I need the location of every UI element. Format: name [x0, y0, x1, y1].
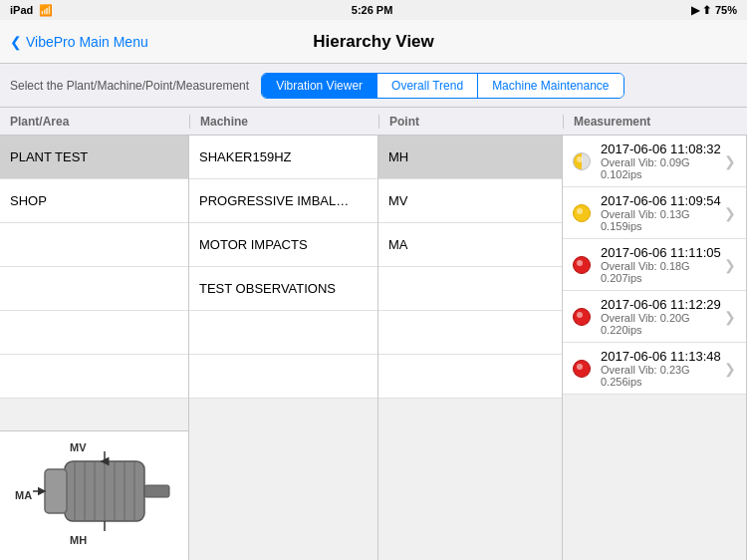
- status-dot-5: [573, 360, 591, 378]
- tab-vibration-viewer[interactable]: Vibration Viewer: [262, 74, 377, 98]
- svg-rect-8: [144, 485, 169, 497]
- measurement-sub-5: Overall Vib: 0.23G 0.256ips: [601, 364, 724, 388]
- machine-item-shaker[interactable]: SHAKER159HZ: [189, 136, 377, 179]
- measurement-text-3: 2017-06-06 11:11:05 Overall Vib: 0.18G 0…: [601, 245, 724, 284]
- motor-diagram: MV MA MH: [0, 430, 189, 560]
- back-button[interactable]: ❮ VibePro Main Menu: [10, 34, 148, 50]
- motor-svg: [15, 441, 174, 541]
- signal-icon: ▶ ⬆: [691, 4, 711, 17]
- point-item-empty: [378, 267, 562, 311]
- status-dot-1: [573, 152, 591, 170]
- plant-item-empty: [0, 223, 188, 267]
- measurement-text-5: 2017-06-06 11:13:48 Overall Vib: 0.23G 0…: [601, 349, 724, 388]
- plant-item-empty: [0, 355, 188, 399]
- status-dot-4: [573, 308, 591, 326]
- plant-item-empty: [0, 267, 188, 311]
- plant-item-label: PLANT TEST: [10, 149, 88, 164]
- measurement-chevron-1: ❯: [724, 153, 736, 169]
- motor-label-ma: MA: [15, 489, 32, 501]
- status-dot-3: [573, 256, 591, 274]
- measurement-chevron-4: ❯: [724, 309, 736, 325]
- measurement-sub-2: Overall Vib: 0.13G 0.159ips: [601, 208, 724, 232]
- machine-column: SHAKER159HZ PROGRESSIVE IMBAL… MOTOR IMP…: [189, 136, 378, 560]
- status-right: ▶ ⬆ 75%: [691, 4, 737, 17]
- tab-machine-maintenance[interactable]: Machine Maintenance: [478, 74, 622, 98]
- plant-header: Plant/Area: [0, 115, 189, 129]
- nav-bar: ❮ VibePro Main Menu Hierarchy View: [0, 20, 747, 64]
- machine-item-progressive[interactable]: PROGRESSIVE IMBAL…: [189, 179, 377, 223]
- machine-item-label: MOTOR IMPACTS: [199, 237, 308, 252]
- point-list: MH MV MA: [378, 136, 562, 560]
- motor-label-mh: MH: [70, 534, 87, 546]
- segment-bar: Select the Plant/Machine/Point/Measureme…: [0, 64, 747, 108]
- point-item-label: MA: [388, 237, 408, 252]
- machine-item-empty: [189, 311, 377, 355]
- measurement-item-4[interactable]: 2017-06-06 11:12:29 Overall Vib: 0.20G 0…: [563, 291, 746, 343]
- measurement-list: 2017-06-06 11:08:32 Overall Vib: 0.09G 0…: [563, 136, 746, 560]
- measurement-chevron-5: ❯: [724, 361, 736, 377]
- measurement-item-3[interactable]: 2017-06-06 11:11:05 Overall Vib: 0.18G 0…: [563, 239, 746, 291]
- measurement-chevron-3: ❯: [724, 257, 736, 273]
- measurement-text-2: 2017-06-06 11:09:54 Overall Vib: 0.13G 0…: [601, 193, 724, 232]
- machine-item-motor-impacts[interactable]: MOTOR IMPACTS: [189, 223, 377, 267]
- measurement-item-2[interactable]: 2017-06-06 11:09:54 Overall Vib: 0.13G 0…: [563, 187, 746, 239]
- motor-label-mv: MV: [70, 441, 87, 453]
- plant-item-label: SHOP: [10, 193, 47, 208]
- measurement-chevron-2: ❯: [724, 205, 736, 221]
- machine-header: Machine: [189, 115, 378, 129]
- machine-list: SHAKER159HZ PROGRESSIVE IMBAL… MOTOR IMP…: [189, 136, 377, 560]
- measurement-item-1[interactable]: 2017-06-06 11:08:32 Overall Vib: 0.09G 0…: [563, 136, 746, 187]
- measurement-item-5[interactable]: 2017-06-06 11:13:48 Overall Vib: 0.23G 0…: [563, 343, 746, 395]
- battery-label: 75%: [715, 4, 737, 16]
- segment-instruction: Select the Plant/Machine/Point/Measureme…: [10, 79, 249, 93]
- point-item-mv[interactable]: MV: [378, 179, 562, 223]
- measurement-text-1: 2017-06-06 11:08:32 Overall Vib: 0.09G 0…: [601, 141, 724, 180]
- point-column: MH MV MA: [378, 136, 563, 560]
- measurement-header: Measurement: [563, 115, 747, 129]
- status-time: 5:26 PM: [352, 4, 393, 16]
- measurement-date-4: 2017-06-06 11:12:29: [601, 297, 724, 312]
- back-label: VibePro Main Menu: [26, 34, 148, 50]
- machine-item-label: TEST OBSERVATIONS: [199, 281, 336, 296]
- data-columns: PLANT TEST SHOP MV MA MH: [0, 136, 747, 560]
- point-item-mh[interactable]: MH: [378, 136, 562, 179]
- measurement-sub-3: Overall Vib: 0.18G 0.207ips: [601, 260, 724, 284]
- point-item-label: MH: [388, 149, 408, 164]
- measurement-date-3: 2017-06-06 11:11:05: [601, 245, 724, 260]
- view-tabs: Vibration Viewer Overall Trend Machine M…: [261, 73, 623, 99]
- measurement-sub-1: Overall Vib: 0.09G 0.102ips: [601, 156, 724, 180]
- measurement-sub-4: Overall Vib: 0.20G 0.220ips: [601, 312, 724, 336]
- measurement-date-5: 2017-06-06 11:13:48: [601, 349, 724, 364]
- plant-item-shop[interactable]: SHOP: [0, 179, 188, 223]
- page-title: Hierarchy View: [313, 32, 434, 52]
- machine-item-empty: [189, 355, 377, 399]
- status-dot-2: [573, 204, 591, 222]
- column-headers: Plant/Area Machine Point Measurement: [0, 108, 747, 136]
- point-item-label: MV: [388, 193, 408, 208]
- point-item-empty: [378, 355, 562, 399]
- tab-overall-trend[interactable]: Overall Trend: [377, 74, 478, 98]
- status-bar: iPad 📶 5:26 PM ▶ ⬆ 75%: [0, 0, 747, 20]
- back-chevron-icon: ❮: [10, 34, 22, 50]
- measurement-date-1: 2017-06-06 11:08:32: [601, 141, 724, 156]
- plant-list: PLANT TEST SHOP: [0, 136, 188, 430]
- point-item-ma[interactable]: MA: [378, 223, 562, 267]
- plant-item-plant-test[interactable]: PLANT TEST: [0, 136, 188, 179]
- plant-column: PLANT TEST SHOP MV MA MH: [0, 136, 189, 560]
- main-content: Plant/Area Machine Point Measurement PLA…: [0, 108, 747, 560]
- machine-item-test-observations[interactable]: TEST OBSERVATIONS: [189, 267, 377, 311]
- measurement-column: 2017-06-06 11:08:32 Overall Vib: 0.09G 0…: [563, 136, 747, 560]
- point-header: Point: [378, 115, 563, 129]
- measurement-text-4: 2017-06-06 11:12:29 Overall Vib: 0.20G 0…: [601, 297, 724, 336]
- plant-item-empty: [0, 311, 188, 355]
- motor-illustration: MV MA MH: [15, 441, 174, 551]
- machine-item-label: PROGRESSIVE IMBAL…: [199, 193, 349, 208]
- wifi-icon: 📶: [39, 4, 53, 17]
- machine-item-label: SHAKER159HZ: [199, 149, 291, 164]
- ipad-label: iPad: [10, 4, 33, 16]
- point-item-empty: [378, 311, 562, 355]
- status-left: iPad 📶: [10, 4, 53, 17]
- measurement-date-2: 2017-06-06 11:09:54: [601, 193, 724, 208]
- svg-rect-9: [45, 469, 67, 513]
